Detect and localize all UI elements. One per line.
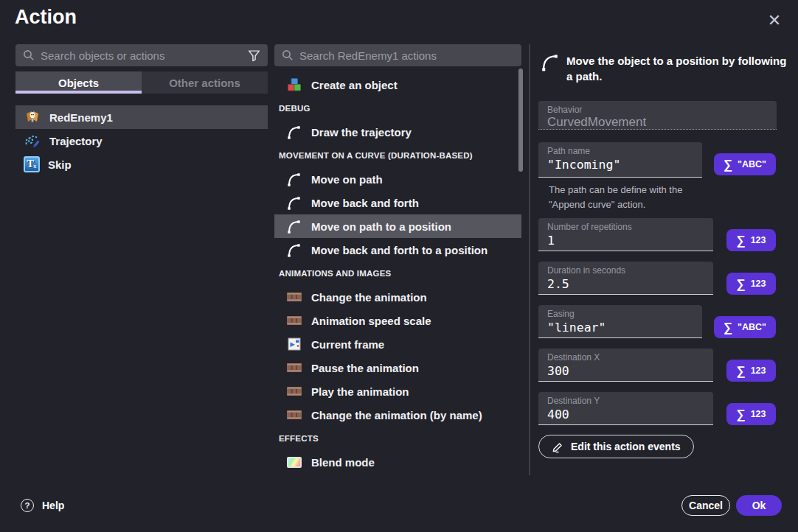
- curve-icon: [286, 124, 302, 140]
- object-row-skip[interactable]: Tx Skip: [15, 153, 268, 176]
- cancel-button[interactable]: Cancel: [681, 495, 730, 516]
- active-tab-underline: [15, 91, 142, 94]
- curve-icon: [286, 242, 302, 258]
- curve-icon: [540, 52, 561, 72]
- object-label: Trajectory: [49, 135, 103, 147]
- tab-other-actions[interactable]: Other actions: [142, 71, 268, 94]
- action-category-header: DEBUG: [274, 97, 521, 120]
- text-object-icon: Tx: [24, 156, 40, 172]
- create-object-icon: [286, 77, 302, 93]
- expression-editor-button-repetitions[interactable]: ∑ 123: [726, 229, 776, 251]
- film-icon: [286, 289, 302, 305]
- sigma-icon: ∑: [737, 365, 746, 377]
- action-item-create-object[interactable]: Create an object: [274, 73, 521, 97]
- action-detail-panel: Move the object to a position by followi…: [538, 44, 777, 475]
- objects-search-input[interactable]: [41, 49, 242, 62]
- action-category-header: EFFECTS: [274, 427, 521, 450]
- action-category-header: MOVEMENT ON A CURVE (DURATION-BASED): [274, 144, 521, 167]
- duration-field[interactable]: Duration in seconds 2.5: [538, 262, 713, 295]
- actions-search-input[interactable]: [299, 49, 514, 62]
- search-icon: [282, 49, 294, 61]
- film-icon: [286, 383, 302, 399]
- action-list-scrollbar[interactable]: [518, 69, 523, 172]
- actions-search-box: [274, 44, 521, 66]
- path-name-hint: The path can be define with the "Append …: [549, 183, 770, 212]
- action-item-draw-trajectory[interactable]: Draw the trajectory: [274, 120, 521, 144]
- action-item-move-back-and-forth-to-position[interactable]: Move back and forth to a position: [274, 238, 521, 262]
- close-icon[interactable]: ✕: [764, 10, 785, 31]
- film-icon: [286, 407, 302, 423]
- trajectory-icon: [24, 132, 41, 150]
- destination-x-value[interactable]: 300: [547, 364, 704, 378]
- action-item-change-animation-by-name[interactable]: Change the animation (by name): [274, 403, 521, 427]
- filter-icon[interactable]: [248, 49, 260, 62]
- panel-divider: [529, 44, 530, 475]
- action-item-pause-animation[interactable]: Pause the animation: [274, 356, 521, 379]
- path-name-value[interactable]: "Incoming": [547, 158, 693, 172]
- action-item-blend-mode[interactable]: Blend mode: [274, 450, 521, 474]
- sigma-icon: ∑: [724, 321, 732, 334]
- path-name-field[interactable]: Path name "Incoming": [538, 142, 702, 178]
- sigma-icon: ∑: [724, 158, 732, 171]
- object-label: Skip: [48, 158, 72, 171]
- curve-icon: [286, 218, 302, 234]
- sigma-icon: ∑: [737, 234, 746, 247]
- destination-y-value[interactable]: 400: [547, 407, 704, 421]
- expression-editor-button-destination-x[interactable]: ∑ 123: [726, 360, 776, 382]
- curve-icon: [286, 171, 302, 187]
- repetitions-value[interactable]: 1: [547, 234, 704, 248]
- frame-icon: [286, 336, 302, 352]
- easing-field[interactable]: Easing "linear": [538, 305, 702, 338]
- ok-button[interactable]: Ok: [736, 495, 782, 516]
- easing-value[interactable]: "linear": [547, 321, 693, 335]
- duration-value[interactable]: 2.5: [547, 277, 704, 291]
- action-item-animation-speed-scale[interactable]: Animation speed scale: [274, 309, 521, 332]
- action-item-move-on-path-to-position[interactable]: Move on path to a position: [274, 214, 521, 238]
- action-category-header: ANIMATIONS AND IMAGES: [274, 262, 521, 285]
- object-label: RedEnemy1: [49, 111, 113, 124]
- help-button[interactable]: ? Help: [21, 499, 64, 512]
- sigma-icon: ∑: [737, 408, 746, 421]
- sigma-icon: ∑: [737, 278, 746, 290]
- action-item-play-animation[interactable]: Play the animation: [274, 379, 521, 403]
- edit-action-events-button[interactable]: Edit this action events: [538, 435, 694, 458]
- pencil-icon: [552, 441, 564, 453]
- object-list: RedEnemy1 Trajectory Tx Skip: [15, 105, 268, 176]
- film-icon: [286, 312, 302, 329]
- curve-icon: [286, 195, 302, 211]
- search-icon: [23, 49, 35, 61]
- page-title: Action: [15, 6, 77, 29]
- object-row-trajectory[interactable]: Trajectory: [15, 129, 268, 153]
- objects-search-box: [15, 44, 268, 66]
- action-item-move-on-path[interactable]: Move on path: [274, 167, 521, 191]
- action-item-current-frame[interactable]: Current frame: [274, 332, 521, 356]
- expression-editor-button-path-name[interactable]: ∑ "ABC": [714, 153, 776, 175]
- destination-y-field[interactable]: Destination Y 400: [538, 392, 713, 425]
- action-item-move-back-and-forth[interactable]: Move back and forth: [274, 191, 521, 214]
- object-row-redenemy1[interactable]: RedEnemy1: [15, 105, 268, 129]
- repetitions-field[interactable]: Number of repetitions 1: [538, 218, 713, 251]
- blend-mode-icon: [287, 457, 302, 468]
- expression-editor-button-easing[interactable]: ∑ "ABC": [714, 316, 776, 338]
- destination-x-field[interactable]: Destination X 300: [538, 349, 713, 382]
- behavior-field: Behavior CurvedMovement: [538, 101, 777, 130]
- expression-editor-button-destination-y[interactable]: ∑ 123: [726, 403, 776, 425]
- action-list: Create an object DEBUG Draw the trajecto…: [274, 73, 521, 474]
- action-description: Move the object to a position by followi…: [566, 53, 788, 84]
- film-icon: [286, 360, 302, 376]
- help-icon: ?: [21, 499, 34, 512]
- action-item-change-animation[interactable]: Change the animation: [274, 285, 521, 309]
- expression-editor-button-duration[interactable]: ∑ 123: [726, 273, 776, 295]
- red-enemy-icon: [24, 108, 41, 126]
- behavior-value: CurvedMovement: [547, 115, 768, 130]
